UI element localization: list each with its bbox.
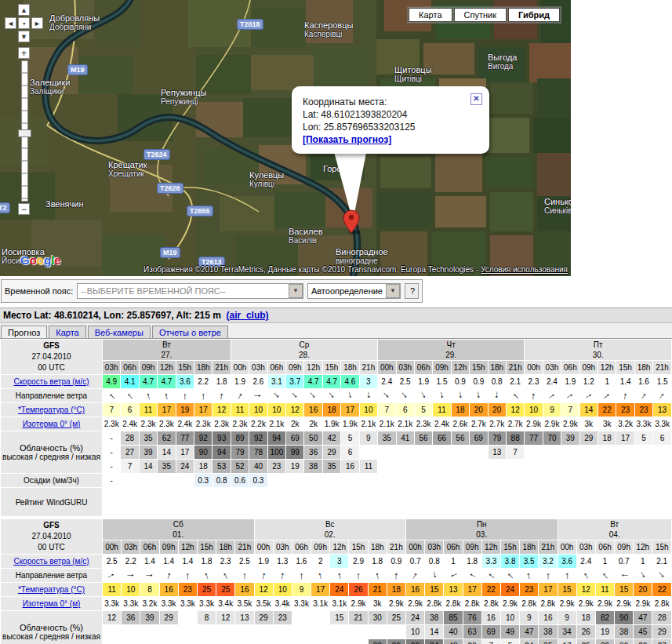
pan-down-icon[interactable]: ▼	[18, 31, 30, 42]
cloud-low-cell	[216, 639, 235, 644]
wind-arrow-icon: ↑	[201, 390, 206, 402]
wind-direction-cell: ↑	[139, 389, 157, 403]
isotherm-cell: 2k	[304, 417, 322, 431]
wind-speed-cell: 2.5	[235, 555, 254, 569]
pan-right-icon[interactable]: ►	[31, 17, 43, 29]
close-icon[interactable]: ✕	[470, 93, 482, 105]
pan-center-icon[interactable]: ▪	[18, 17, 30, 29]
place-label: ВыгодаВигода	[488, 53, 517, 71]
cloud-low-cell	[396, 460, 414, 474]
rating-cell	[341, 488, 359, 517]
pan-up-icon[interactable]: ▲	[18, 4, 30, 16]
precip-cell	[158, 474, 176, 488]
cloud-mid-cell	[616, 446, 634, 460]
temperature-cell: 8	[140, 583, 159, 597]
cloud-high-cell: 10	[500, 611, 519, 625]
tab-Веб-камеры[interactable]: Веб-камеры	[88, 326, 151, 338]
road-badge: Т2624	[143, 149, 170, 160]
isotherm-cell: 2.4k	[176, 417, 194, 431]
isotherm-cell: 2.7k	[488, 417, 506, 431]
precip-cell	[139, 474, 157, 488]
wind-arrow-icon: ↑	[260, 569, 267, 581]
temperature-cell: 11	[231, 403, 249, 417]
map-zoom-control: + −	[18, 47, 31, 215]
place-label: ЗалещикиЗаліщики	[30, 78, 70, 96]
row-label[interactable]: *Температура (°C)	[1, 403, 103, 417]
rating-cell	[322, 488, 340, 517]
map-type-button-Гибрид[interactable]: Гибрид	[508, 8, 560, 22]
wind-speed-cell: 2.3	[216, 555, 235, 569]
map-type-button-Спутник[interactable]: Спутник	[454, 8, 507, 22]
row-label-link[interactable]: *Температура (°C)	[18, 406, 85, 414]
help-button[interactable]: ?	[405, 283, 419, 299]
row-label-link[interactable]: *Температура (°C)	[18, 585, 85, 594]
cloud-low-cell: 29	[463, 639, 481, 644]
temperature-cell: 24	[330, 583, 349, 597]
isotherm-cell: 2.3k	[139, 417, 157, 431]
map-type-button-Карта[interactable]: Карта	[409, 8, 452, 22]
map-marker-pin[interactable]	[342, 209, 362, 235]
zoom-slider-handle[interactable]	[18, 129, 31, 137]
cloud-mid-cell	[387, 625, 405, 639]
row-label-link[interactable]: Изотерма 0° (м)	[23, 420, 81, 428]
hour-header: 00h	[254, 540, 273, 555]
zoom-in-button[interactable]: +	[18, 47, 30, 59]
isotherm-cell: 2.1k	[378, 417, 396, 431]
day-header: Чт29.	[378, 340, 525, 361]
cloud-low-cell	[197, 639, 216, 644]
cloud-high-cell: 8	[197, 611, 216, 625]
cloud-mid-cell	[470, 446, 488, 460]
temperature-cell: 23	[616, 403, 634, 417]
wind-direction-cell: ↑	[396, 389, 414, 403]
map-canvas[interactable]: ▲ ◄ ▪ ► ▼ + − КартаСпутникГибрид Добровл…	[0, 0, 571, 276]
temperature-cell: 5	[414, 403, 432, 417]
hour-header: 03h	[576, 540, 595, 555]
precip-cell	[543, 474, 561, 488]
autodetect-select[interactable]: Автоопределение ▼	[307, 283, 401, 299]
cloud-mid-cell	[359, 446, 377, 460]
row-label[interactable]: Скорость ветра (м/с)	[1, 555, 103, 569]
row-label[interactable]: Изотерма 0° (м)	[1, 597, 103, 611]
row-label[interactable]: *Температура (°C)	[1, 583, 103, 597]
cloud-low-cell: 14	[139, 460, 157, 474]
pan-left-icon[interactable]: ◄	[5, 17, 16, 29]
rating-cell	[598, 488, 616, 517]
wind-direction-cell: ↑	[273, 569, 292, 583]
temperature-cell: 15	[425, 583, 444, 597]
cloud-low-cell: 11	[359, 460, 377, 474]
wind-direction-cell: ↑	[231, 389, 249, 403]
row-label-link[interactable]: Изотерма 0° (м)	[23, 599, 81, 608]
show-forecast-link[interactable]: [Показать прогноз]	[303, 134, 391, 145]
spot-link[interactable]: (air_club)	[227, 310, 269, 321]
cloud-high-cell: 47	[634, 611, 652, 625]
wind-direction-cell: ↑	[286, 389, 304, 403]
wind-direction-cell: ↑	[341, 389, 359, 403]
hour-header: 03h	[425, 540, 444, 555]
tab-Отчеты о ветре[interactable]: Отчеты о ветре	[152, 326, 228, 338]
wind-arrow-icon: ↑	[430, 569, 438, 582]
row-label-link[interactable]: Скорость ветра (м/с)	[13, 377, 89, 386]
wind-speed-cell: 1.9	[254, 555, 273, 569]
wind-direction-cell: ↑	[387, 569, 405, 583]
wind-direction-cell: ↑	[368, 569, 387, 583]
cloud-low-cell: 94	[425, 639, 444, 644]
wind-arrow-icon: ↑	[381, 390, 393, 402]
cloud-high-cell: 41	[396, 431, 414, 446]
wind-arrow-icon: ↑	[373, 569, 381, 581]
tab-Карта[interactable]: Карта	[49, 326, 85, 338]
row-label[interactable]: Скорость ветра (м/с)	[1, 375, 103, 389]
isotherm-cell: 3.3k	[292, 597, 311, 611]
wind-speed-cell: 3.6	[558, 555, 576, 569]
terms-link[interactable]: Условия использования	[481, 265, 568, 274]
timezone-select[interactable]: --ВЫБЕРИТЕ ВРЕМЕННОЙ ПОЯС-- ▼	[77, 283, 303, 299]
hour-header: 00h	[103, 540, 122, 555]
row-label-link[interactable]: Скорость ветра (м/с)	[13, 557, 89, 566]
wind-speed-cell: 0.7	[615, 555, 634, 569]
cloud-high-cell: 50	[304, 431, 322, 446]
row-label[interactable]: Изотерма 0° (м)	[1, 417, 103, 431]
zoom-out-button[interactable]: −	[18, 203, 30, 215]
hour-header: 12h	[481, 540, 500, 555]
bubble-title: Координаты места:	[303, 96, 478, 108]
wind-direction-cell: ↑	[176, 389, 194, 403]
tab-Прогноз[interactable]: Прогноз	[1, 326, 47, 338]
